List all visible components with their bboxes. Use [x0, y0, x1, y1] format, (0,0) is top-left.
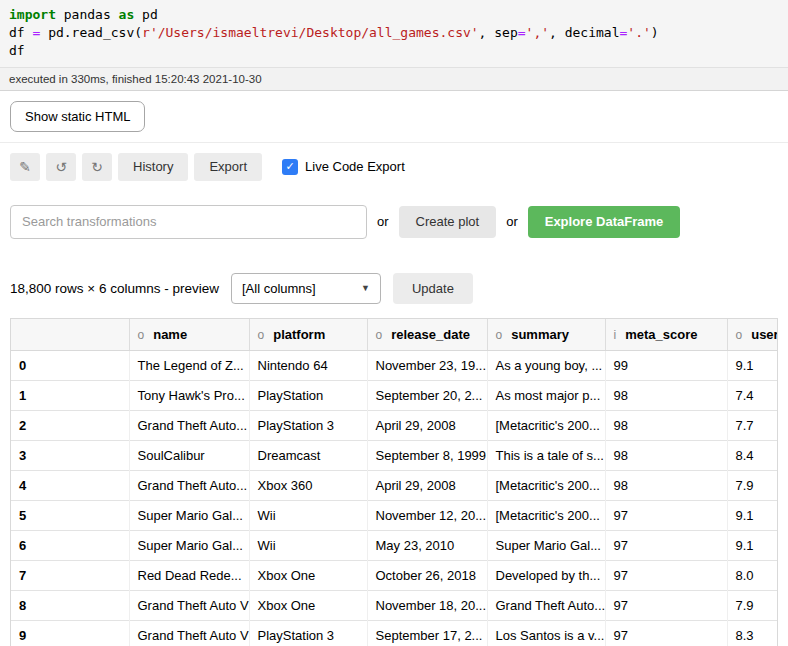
column-header[interactable]: [11, 319, 129, 351]
row-index-cell: 2: [11, 410, 129, 440]
table-cell: Xbox One: [249, 560, 367, 590]
table-row: 0The Legend of Z...Nintendo 64November 2…: [11, 350, 778, 380]
row-index-cell: 9: [11, 620, 129, 646]
table-cell: 97: [605, 530, 727, 560]
redo-icon: ↻: [91, 159, 103, 175]
table-row: 9Grand Theft Auto VPlayStation 3Septembe…: [11, 620, 778, 646]
column-label: name: [153, 327, 187, 342]
explore-dataframe-button[interactable]: Explore DataFrame: [528, 206, 681, 238]
code-operator: =: [518, 25, 526, 40]
show-static-html-button[interactable]: Show static HTML: [10, 101, 145, 132]
table-cell: 98: [605, 440, 727, 470]
undo-icon: ↺: [55, 159, 67, 175]
code-cell[interactable]: import pandas as pd df = pd.read_csv(r'/…: [0, 0, 788, 68]
code-string: r'/Users/ismaeltrevi/Desktop/all_games.c…: [142, 25, 479, 40]
divider: [0, 142, 788, 143]
search-transformations-input[interactable]: [10, 205, 367, 239]
table-cell: 97: [605, 620, 727, 646]
table-cell: Grand Theft Auto...: [129, 470, 249, 500]
dtype-icon: o: [736, 328, 743, 342]
code-text: df: [9, 43, 25, 58]
table-cell: 97: [605, 590, 727, 620]
code-string: '.': [627, 25, 650, 40]
or-label: or: [377, 214, 389, 229]
table-cell: 7.7: [727, 410, 778, 440]
output-area: Show static HTML ✎ ↺ ↻ History Export ✓ …: [0, 91, 788, 646]
table-cell: [Metacritic's 200...: [487, 500, 605, 530]
table-cell: Xbox One: [249, 590, 367, 620]
row-index-cell: 4: [11, 470, 129, 500]
column-label: summary: [511, 327, 569, 342]
code-text: ): [651, 25, 659, 40]
column-header[interactable]: oplatform: [249, 319, 367, 351]
table-cell: This is a tale of s...: [487, 440, 605, 470]
edit-cell-button[interactable]: ✎: [10, 153, 40, 181]
dataframe-shape-summary: 18,800 rows × 6 columns - preview: [10, 281, 219, 296]
column-header[interactable]: ouser_review: [727, 319, 778, 351]
column-label: platform: [273, 327, 325, 342]
row-index-cell: 1: [11, 380, 129, 410]
execution-status: executed in 330ms, finished 15:20:43 202…: [0, 68, 788, 91]
table-row: 5Super Mario Gal...WiiNovember 12, 20...…: [11, 500, 778, 530]
redo-button[interactable]: ↻: [82, 153, 112, 181]
table-cell: Super Mario Gal...: [487, 530, 605, 560]
dtype-icon: o: [376, 328, 383, 342]
history-button[interactable]: History: [118, 153, 188, 181]
pencil-icon: ✎: [19, 159, 31, 175]
dtype-icon: o: [258, 328, 265, 342]
column-label: user_review: [751, 327, 778, 342]
table-header-row: onameoplatformorelease_dateosummaryimeta…: [11, 319, 778, 351]
live-code-export-toggle[interactable]: ✓ Live Code Export: [282, 159, 405, 175]
table-row: 7Red Dead Rede...Xbox OneOctober 26, 201…: [11, 560, 778, 590]
table-cell: Grand Theft Auto V: [129, 590, 249, 620]
dtype-icon: o: [138, 328, 145, 342]
table-cell: 8.4: [727, 440, 778, 470]
table-row: 2Grand Theft Auto...PlayStation 3April 2…: [11, 410, 778, 440]
code-line-1: import pandas as pd: [9, 6, 779, 24]
table-cell: Nintendo 64: [249, 350, 367, 380]
row-index-cell: 0: [11, 350, 129, 380]
checkbox-checked[interactable]: ✓: [282, 159, 298, 175]
table-cell: Tony Hawk's Pro...: [129, 380, 249, 410]
table-cell: April 29, 2008: [367, 470, 487, 500]
table-cell: Los Santos is a v...: [487, 620, 605, 646]
table-cell: 9.1: [727, 530, 778, 560]
column-header[interactable]: orelease_date: [367, 319, 487, 351]
or-label: or: [506, 214, 518, 229]
table-cell: Red Dead Rede...: [129, 560, 249, 590]
update-button[interactable]: Update: [393, 273, 473, 304]
code-text: , decimal: [549, 25, 619, 40]
column-header[interactable]: osummary: [487, 319, 605, 351]
live-code-export-label[interactable]: Live Code Export: [305, 159, 405, 174]
table-row: 3SoulCaliburDreamcastSeptember 8, 1999Th…: [11, 440, 778, 470]
table-row: 8Grand Theft Auto VXbox OneNovember 18, …: [11, 590, 778, 620]
dataframe-preview-table: onameoplatformorelease_dateosummaryimeta…: [10, 318, 778, 646]
dtype-icon: i: [614, 328, 617, 342]
code-text: , sep: [479, 25, 518, 40]
columns-dropdown[interactable]: [All columns] ▼: [231, 273, 381, 304]
undo-button[interactable]: ↺: [46, 153, 76, 181]
code-text: pd.read_csv(: [40, 25, 142, 40]
code-line-2: df = pd.read_csv(r'/Users/ismaeltrevi/De…: [9, 24, 779, 42]
row-index-cell: 7: [11, 560, 129, 590]
table-cell: September 8, 1999: [367, 440, 487, 470]
row-index-cell: 3: [11, 440, 129, 470]
table-cell: 7.9: [727, 470, 778, 500]
create-plot-button[interactable]: Create plot: [399, 206, 497, 238]
table-cell: Wii: [249, 500, 367, 530]
column-header[interactable]: imeta_score: [605, 319, 727, 351]
table-cell: 9.1: [727, 350, 778, 380]
table-cell: May 23, 2010: [367, 530, 487, 560]
row-index-cell: 5: [11, 500, 129, 530]
table-cell: 98: [605, 380, 727, 410]
table-cell: September 20, 2...: [367, 380, 487, 410]
table-cell: 8.0: [727, 560, 778, 590]
table-cell: PlayStation 3: [249, 620, 367, 646]
table-cell: [Metacritic's 200...: [487, 410, 605, 440]
column-header[interactable]: oname: [129, 319, 249, 351]
export-button[interactable]: Export: [194, 153, 262, 181]
table-cell: 9.1: [727, 500, 778, 530]
table-body: 0The Legend of Z...Nintendo 64November 2…: [11, 350, 778, 646]
table-cell: PlayStation 3: [249, 410, 367, 440]
code-string: ',': [526, 25, 549, 40]
